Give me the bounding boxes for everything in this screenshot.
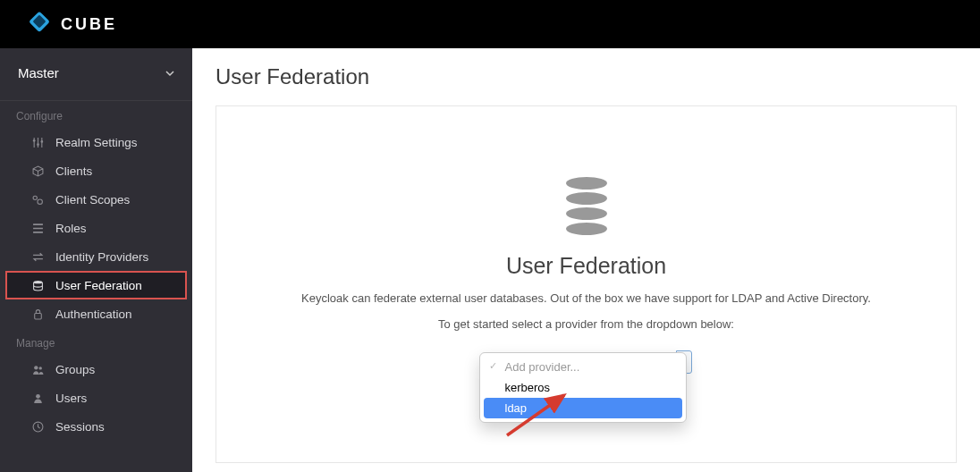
lock-icon [30,308,45,320]
page-title: User Federation [215,64,957,89]
scopes-icon [30,194,45,206]
svg-point-14 [566,192,607,205]
sidebar: Master Configure Realm Settings Clients … [0,48,192,472]
sidebar-item-label: Clients [55,164,92,178]
clock-icon [30,421,45,433]
sidebar-item-label: Roles [55,222,87,235]
empty-state-hint: To get started select a provider from th… [216,317,956,331]
sidebar-item-label: Client Scopes [55,193,130,206]
sidebar-item-label: Identity Providers [55,250,148,264]
database-icon [30,280,45,291]
sidebar-item-label: Groups [55,363,95,376]
user-icon [30,392,45,404]
svg-point-10 [38,367,41,369]
sidebar-item-label: User Federation [55,279,142,292]
cube-icon [30,165,45,177]
list-icon [30,223,45,234]
sidebar-item-sessions[interactable]: Sessions [0,412,192,441]
dropdown-option-ldap[interactable]: ldap [484,398,682,418]
sidebar-item-clients[interactable]: Clients [0,156,192,185]
dropdown-placeholder[interactable]: Add provider... [484,357,682,377]
sidebar-item-roles[interactable]: Roles [0,214,192,242]
sidebar-section-manage: Manage [0,328,192,355]
svg-point-5 [33,196,37,199]
dropdown-option-kerberos[interactable]: kerberos [484,377,682,398]
realm-name: Master [18,65,59,80]
sidebar-item-user-federation[interactable]: User Federation [5,271,187,299]
brand-name: CUBE [61,15,117,34]
sidebar-item-label: Sessions [55,420,105,434]
cube-logo-icon [27,10,52,38]
empty-state-card: User Federation Keycloak can federate ex… [215,105,957,463]
sidebar-item-label: Users [55,392,87,405]
database-large-icon [561,176,612,239]
svg-point-4 [40,140,43,143]
svg-point-16 [566,223,607,235]
brand-logo[interactable]: CUBE [27,10,117,38]
svg-point-9 [34,366,38,369]
sidebar-item-client-scopes[interactable]: Client Scopes [0,185,192,214]
dropdown-menu: Add provider... kerberos ldap [479,352,687,423]
sidebar-item-label: Realm Settings [55,136,138,149]
sidebar-item-authentication[interactable]: Authentication [0,299,192,328]
sidebar-item-users[interactable]: Users [0,384,192,412]
svg-point-7 [33,281,42,283]
sidebar-item-identity-providers[interactable]: Identity Providers [0,242,192,271]
svg-point-2 [32,139,35,142]
users-icon [30,364,45,375]
sidebar-section-configure: Configure [0,101,192,128]
sliders-icon [30,137,45,148]
svg-point-3 [37,143,39,146]
empty-state-description: Keycloak can federate external user data… [216,291,956,305]
sidebar-item-groups[interactable]: Groups [0,355,192,384]
sidebar-item-realm-settings[interactable]: Realm Settings [0,128,192,156]
topbar: CUBE [0,0,980,48]
svg-point-6 [37,198,41,203]
empty-state-heading: User Federation [216,253,956,279]
realm-selector[interactable]: Master [0,48,192,97]
chevron-down-icon [165,65,174,80]
svg-point-13 [566,177,607,190]
exchange-icon [30,251,45,263]
sidebar-item-label: Authentication [55,308,132,321]
svg-point-11 [36,393,40,398]
content-area: User Federation User Federation Keycloak… [192,48,980,472]
svg-point-15 [566,207,607,220]
svg-rect-8 [34,313,41,319]
